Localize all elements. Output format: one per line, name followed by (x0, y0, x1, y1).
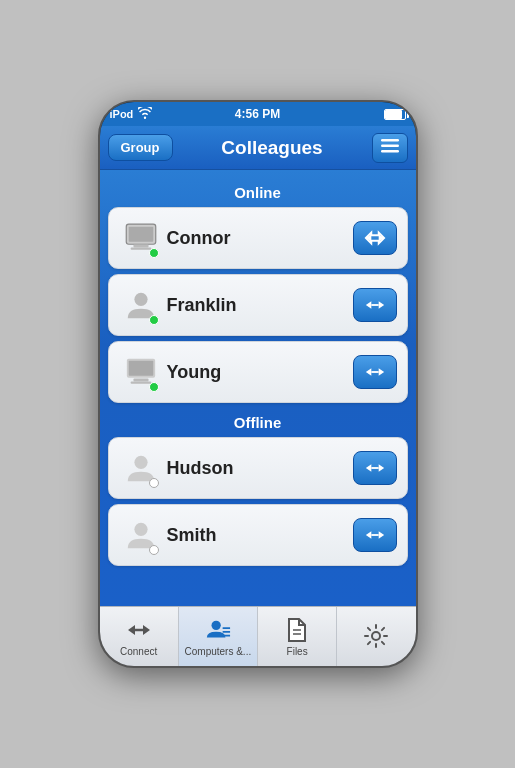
svg-marker-11 (365, 301, 371, 308)
connect-btn-hudson[interactable] (353, 451, 397, 485)
tab-computers[interactable]: Computers &... (179, 607, 258, 666)
tab-connect[interactable]: Connect (100, 607, 179, 666)
item-name-hudson: Hudson (163, 458, 353, 479)
tab-computers-label: Computers &... (185, 646, 252, 657)
svg-rect-6 (133, 245, 148, 248)
item-name-connor: Connor (163, 228, 353, 249)
wifi-icon (138, 107, 152, 121)
connect-btn-young[interactable] (353, 355, 397, 389)
settings-tab-icon (362, 622, 390, 650)
icon-person-smith (119, 513, 163, 557)
connect-btn-franklin[interactable] (353, 288, 397, 322)
svg-point-38 (372, 632, 380, 640)
status-dot-connor (149, 248, 159, 258)
list-item-young[interactable]: Young (108, 341, 408, 403)
status-bar: iPod 4:56 PM (100, 102, 416, 126)
status-right (384, 109, 406, 120)
item-name-smith: Smith (163, 525, 353, 546)
menu-button[interactable] (372, 133, 408, 163)
svg-marker-12 (378, 301, 384, 308)
connect-btn-connor[interactable] (353, 221, 397, 255)
status-dot-franklin (149, 315, 159, 325)
section-offline-header: Offline (108, 408, 408, 437)
item-name-young: Young (163, 362, 353, 383)
status-left: iPod (110, 107, 153, 121)
tab-files-label: Files (287, 646, 308, 657)
tab-bar: Connect Computers &... (100, 606, 416, 666)
section-online-header: Online (108, 178, 408, 207)
files-tab-icon (283, 616, 311, 644)
svg-marker-30 (143, 625, 150, 635)
status-dot-hudson (149, 478, 159, 488)
list-item-franklin[interactable]: Franklin (108, 274, 408, 336)
battery-icon (384, 109, 406, 120)
status-dot-smith (149, 545, 159, 555)
icon-computer-young (119, 350, 163, 394)
status-dot-young (149, 382, 159, 392)
svg-rect-5 (128, 227, 153, 242)
svg-marker-18 (365, 368, 371, 375)
tab-settings[interactable] (337, 607, 415, 666)
icon-person-hudson (119, 446, 163, 490)
svg-point-21 (134, 456, 147, 469)
svg-rect-2 (381, 150, 399, 153)
content-area: Online Connor (100, 170, 416, 606)
svg-rect-16 (133, 379, 148, 382)
nav-title: Colleagues (173, 137, 372, 159)
svg-marker-27 (378, 531, 384, 538)
svg-rect-17 (130, 381, 151, 383)
connect-tab-icon (125, 616, 153, 644)
carrier-label: iPod (110, 108, 134, 120)
icon-person-franklin (119, 283, 163, 327)
svg-rect-15 (128, 361, 153, 376)
svg-rect-0 (381, 139, 399, 142)
item-name-franklin: Franklin (163, 295, 353, 316)
group-button[interactable]: Group (108, 134, 173, 161)
tab-files[interactable]: Files (258, 607, 337, 666)
menu-icon (381, 139, 399, 156)
svg-point-32 (211, 621, 220, 630)
svg-marker-19 (378, 368, 384, 375)
svg-point-10 (134, 293, 147, 306)
connect-btn-smith[interactable] (353, 518, 397, 552)
list-item-connor[interactable]: Connor (108, 207, 408, 269)
nav-bar: Group Colleagues (100, 126, 416, 170)
computers-tab-icon (204, 616, 232, 644)
svg-rect-1 (381, 145, 399, 148)
icon-computer-connor (119, 216, 163, 260)
svg-point-25 (134, 523, 147, 536)
list-item-smith[interactable]: Smith (108, 504, 408, 566)
svg-marker-26 (365, 531, 371, 538)
phone-frame: iPod 4:56 PM Group Colleagues (98, 100, 418, 668)
svg-rect-7 (130, 247, 151, 249)
time-label: 4:56 PM (235, 107, 280, 121)
svg-marker-29 (128, 625, 135, 635)
svg-marker-23 (378, 464, 384, 471)
tab-connect-label: Connect (120, 646, 157, 657)
list-item-hudson[interactable]: Hudson (108, 437, 408, 499)
svg-marker-22 (365, 464, 371, 471)
